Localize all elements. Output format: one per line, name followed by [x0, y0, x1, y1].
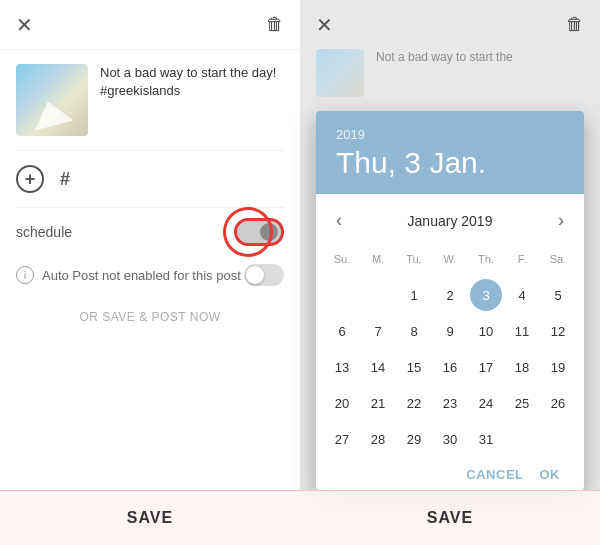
day-25[interactable]: 25	[506, 387, 538, 419]
week-3: 13 14 15 16 17 18 19	[324, 351, 576, 383]
day-28[interactable]: 28	[362, 423, 394, 455]
week-2: 6 7 8 9 10 11 12	[324, 315, 576, 347]
day-17[interactable]: 17	[470, 351, 502, 383]
week-4: 20 21 22 23 24 25 26	[324, 387, 576, 419]
calendar-header: 2019 Thu, 3 Jan.	[316, 111, 584, 194]
day-8[interactable]: 8	[398, 315, 430, 347]
day-empty	[542, 423, 574, 455]
day-4[interactable]: 4	[506, 279, 538, 311]
calendar-header-row: Su. M. Tu. W. Th. F. Sa.	[324, 243, 576, 275]
day-12[interactable]: 12	[542, 315, 574, 347]
calendar-body: ‹ January 2019 › Su. M. Tu. W. Th. F. Sa…	[316, 194, 584, 490]
day-29[interactable]: 29	[398, 423, 430, 455]
or-save-row: OR SAVE & POST NOW	[0, 294, 300, 340]
day-empty	[326, 279, 358, 311]
action-row: + #	[0, 151, 300, 207]
auto-post-row: i Auto Post not enabled for this post	[0, 256, 300, 294]
day-23[interactable]: 23	[434, 387, 466, 419]
day-header-sa: Sa.	[542, 243, 574, 275]
right-post-preview: Not a bad way to start the	[300, 49, 600, 111]
left-header: ✕ 🗑	[0, 0, 300, 50]
day-header-su: Su.	[326, 243, 358, 275]
schedule-label: schedule	[16, 224, 72, 240]
day-13[interactable]: 13	[326, 351, 358, 383]
day-10[interactable]: 10	[470, 315, 502, 347]
right-header: ✕ 🗑	[300, 0, 600, 49]
day-20[interactable]: 20	[326, 387, 358, 419]
day-21[interactable]: 21	[362, 387, 394, 419]
day-11[interactable]: 11	[506, 315, 538, 347]
week-1: 1 2 3 4 5	[324, 279, 576, 311]
day-26[interactable]: 26	[542, 387, 574, 419]
day-header-w: W.	[434, 243, 466, 275]
day-15[interactable]: 15	[398, 351, 430, 383]
auto-post-info: i Auto Post not enabled for this post	[16, 266, 241, 284]
day-18[interactable]: 18	[506, 351, 538, 383]
right-post-image	[316, 49, 364, 97]
day-16[interactable]: 16	[434, 351, 466, 383]
day-empty	[362, 279, 394, 311]
hashtag-button[interactable]: #	[60, 169, 70, 190]
day-7[interactable]: 7	[362, 315, 394, 347]
day-header-th: Th.	[470, 243, 502, 275]
calendar-dialog: 2019 Thu, 3 Jan. ‹ January 2019 › Su. M.…	[316, 111, 584, 490]
day-5[interactable]: 5	[542, 279, 574, 311]
info-icon: i	[16, 266, 34, 284]
day-14[interactable]: 14	[362, 351, 394, 383]
calendar-selected-date: Thu, 3 Jan.	[336, 146, 564, 180]
close-button[interactable]: ✕	[16, 15, 33, 35]
right-close-button[interactable]: ✕	[316, 15, 333, 35]
day-24[interactable]: 24	[470, 387, 502, 419]
calendar-nav: ‹ January 2019 ›	[324, 194, 576, 243]
post-caption: Not a bad way to start the day! #greekis…	[100, 64, 284, 100]
day-header-f: F.	[506, 243, 538, 275]
left-footer[interactable]: SAVE	[0, 490, 300, 545]
right-delete-button[interactable]: 🗑	[566, 14, 584, 35]
day-27[interactable]: 27	[326, 423, 358, 455]
calendar-grid: Su. M. Tu. W. Th. F. Sa. 1 2 3	[324, 243, 576, 455]
day-31[interactable]: 31	[470, 423, 502, 455]
delete-button[interactable]: 🗑	[266, 14, 284, 35]
add-button[interactable]: +	[16, 165, 44, 193]
month-year-label: January 2019	[408, 213, 493, 229]
day-header-m: M.	[362, 243, 394, 275]
ok-button[interactable]: OK	[540, 467, 561, 482]
day-empty	[506, 423, 538, 455]
right-footer[interactable]: SAVE	[300, 490, 600, 545]
auto-post-label: Auto Post not enabled for this post	[42, 268, 241, 283]
schedule-row: schedule	[0, 208, 300, 256]
day-19[interactable]: 19	[542, 351, 574, 383]
day-9[interactable]: 9	[434, 315, 466, 347]
next-month-button[interactable]: ›	[550, 206, 572, 235]
day-3[interactable]: 3	[470, 279, 502, 311]
day-22[interactable]: 22	[398, 387, 430, 419]
day-header-tu: Tu.	[398, 243, 430, 275]
day-30[interactable]: 30	[434, 423, 466, 455]
save-button-left[interactable]: SAVE	[127, 509, 173, 526]
day-1[interactable]: 1	[398, 279, 430, 311]
save-button-right[interactable]: SAVE	[427, 509, 473, 526]
post-image	[16, 64, 88, 136]
prev-month-button[interactable]: ‹	[328, 206, 350, 235]
schedule-toggle[interactable]	[234, 218, 284, 246]
right-content: ✕ 🗑 Not a bad way to start the 2019 Thu,…	[300, 0, 600, 545]
day-6[interactable]: 6	[326, 315, 358, 347]
week-5: 27 28 29 30 31	[324, 423, 576, 455]
calendar-year: 2019	[336, 127, 564, 142]
cancel-button[interactable]: CANCEL	[466, 467, 523, 482]
right-panel: ✕ 🗑 Not a bad way to start the 2019 Thu,…	[300, 0, 600, 545]
left-panel: ✕ 🗑 Not a bad way to start the day! #gre…	[0, 0, 300, 545]
auto-post-toggle[interactable]	[244, 264, 284, 286]
calendar-actions: CANCEL OK	[324, 459, 576, 490]
right-caption: Not a bad way to start the	[376, 49, 513, 66]
day-2[interactable]: 2	[434, 279, 466, 311]
toggle-highlight	[223, 207, 273, 257]
post-preview: Not a bad way to start the day! #greekis…	[0, 50, 300, 150]
